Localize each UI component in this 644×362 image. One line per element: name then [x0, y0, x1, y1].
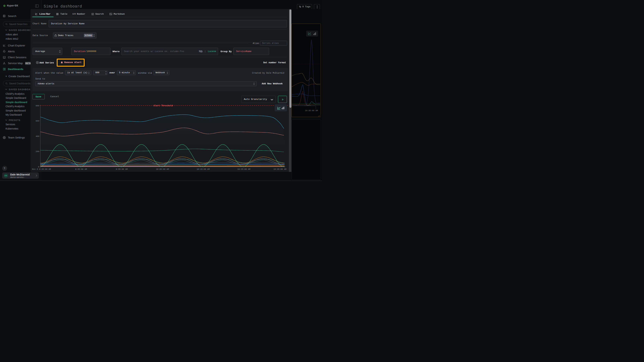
svg-text:10:35:00 AM: 10:35:00 AM	[273, 168, 286, 170]
svg-text:200: 200	[36, 151, 39, 153]
svg-text:10:05:00 AM: 10:05:00 AM	[156, 168, 169, 170]
svg-text:10:25:00 AM: 10:25:00 AM	[238, 168, 250, 170]
svg-text:Alert Threshold: Alert Threshold	[154, 105, 173, 107]
svg-text:Nov 6 9:35:00 AM: Nov 6 9:35:00 AM	[32, 168, 51, 170]
svg-text:600: 600	[36, 120, 39, 122]
svg-text:10:15:00 AM: 10:15:00 AM	[196, 168, 210, 170]
svg-text:9:45:00 AM: 9:45:00 AM	[75, 168, 87, 170]
svg-text:800: 800	[36, 105, 39, 107]
svg-text:400: 400	[36, 135, 39, 137]
svg-text:9:55:00 AM: 9:55:00 AM	[116, 168, 128, 170]
svg-text:0: 0	[38, 166, 39, 168]
